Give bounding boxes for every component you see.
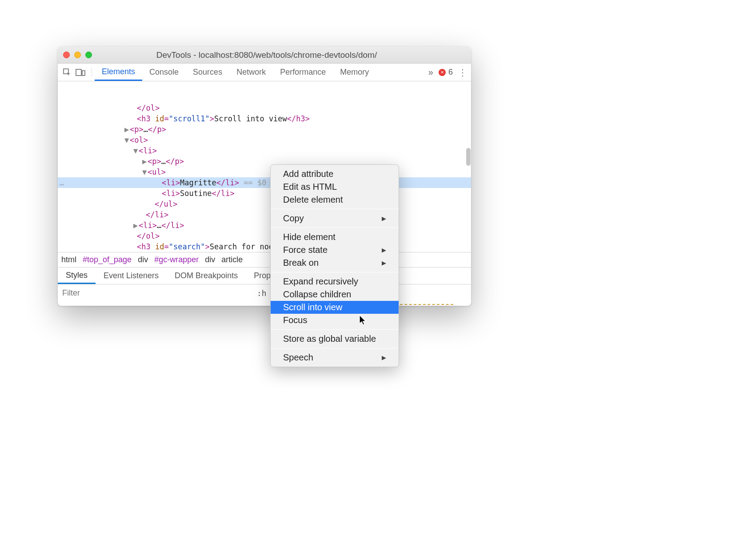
dom-node-row[interactable]: ▼<ol> xyxy=(58,135,471,145)
context-menu-item-add-attribute[interactable]: Add attribute xyxy=(271,168,399,180)
context-menu-item-label: Break on xyxy=(283,258,319,268)
context-menu-item-label: Hide element xyxy=(283,232,336,242)
breadcrumb-item[interactable]: div xyxy=(205,255,215,264)
ruler-decoration xyxy=(400,304,453,306)
context-menu-separator xyxy=(271,209,399,209)
panel-tabs: ElementsConsoleSourcesNetworkPerformance… xyxy=(95,64,428,81)
svg-rect-1 xyxy=(76,69,81,76)
dom-node-row[interactable]: </li> xyxy=(58,209,471,220)
panel-tab-elements[interactable]: Elements xyxy=(95,64,142,81)
dom-node-row[interactable]: ▶<p>…</p> xyxy=(58,156,471,167)
context-menu-separator xyxy=(271,348,399,348)
titlebar: DevTools - localhost:8080/web/tools/chro… xyxy=(58,47,471,64)
panel-tab-sources[interactable]: Sources xyxy=(186,64,229,81)
context-menu-item-label: Delete element xyxy=(283,195,343,205)
context-menu-item-label: Speech xyxy=(283,352,313,363)
menu-icon[interactable]: ⋮ xyxy=(458,67,467,78)
device-toolbar-icon[interactable] xyxy=(76,68,85,77)
context-menu-item-label: Add attribute xyxy=(283,169,333,179)
context-menu-item-delete-element[interactable]: Delete element xyxy=(271,193,399,206)
dom-node-row[interactable]: ▶<li>…</li> xyxy=(58,220,471,231)
scrollbar-thumb[interactable] xyxy=(466,148,471,166)
tabs-overflow-icon[interactable]: » xyxy=(428,67,433,77)
traffic-lights xyxy=(63,52,92,58)
breadcrumb-item[interactable]: html xyxy=(61,255,76,264)
context-menu-separator xyxy=(271,228,399,228)
context-menu-item-label: Collapse children xyxy=(283,289,351,300)
context-menu-separator xyxy=(271,272,399,272)
context-menu-item-copy[interactable]: Copy▶ xyxy=(271,212,399,225)
error-icon: ✕ xyxy=(439,69,446,76)
context-menu-item-label: Scroll into view xyxy=(283,302,342,312)
toolbar-left-icons xyxy=(62,68,92,77)
filter-row: :h xyxy=(58,284,471,302)
window-title: DevTools - localhost:8080/web/tools/chro… xyxy=(92,50,441,60)
context-menu-item-scroll-into-view[interactable]: Scroll into view xyxy=(271,301,399,314)
hov-toggle[interactable]: :h xyxy=(252,288,271,298)
submenu-arrow-icon: ▶ xyxy=(382,247,386,253)
submenu-arrow-icon: ▶ xyxy=(382,354,386,361)
context-menu-item-label: Force state xyxy=(283,245,328,255)
context-menu-item-label: Focus xyxy=(283,315,307,325)
breadcrumb-item[interactable]: #gc-wrapper xyxy=(154,255,199,264)
svg-rect-2 xyxy=(82,71,85,76)
context-menu-item-label: Expand recursively xyxy=(283,276,358,287)
context-menu-separator xyxy=(271,329,399,330)
context-menu: Add attributeEdit as HTMLDelete elementC… xyxy=(270,164,399,367)
inspect-element-icon[interactable] xyxy=(62,68,72,77)
dom-node-row[interactable]: </ol> xyxy=(58,231,471,241)
context-menu-item-focus[interactable]: Focus xyxy=(271,314,399,327)
elements-dom-tree[interactable]: </ol> <h3 id="scroll1">Scroll into view<… xyxy=(58,81,471,252)
context-menu-item-label: Store as global variable xyxy=(283,334,376,344)
subtab-event-listeners[interactable]: Event Listeners xyxy=(96,268,167,284)
context-menu-item-collapse-children[interactable]: Collapse children xyxy=(271,288,399,301)
context-menu-item-label: Copy xyxy=(283,213,304,224)
breadcrumb-item[interactable]: div xyxy=(138,255,148,264)
breadcrumb-item[interactable]: #top_of_page xyxy=(83,255,132,264)
context-menu-item-label: Edit as HTML xyxy=(283,182,337,192)
dom-node-row[interactable]: </ol> xyxy=(58,103,471,113)
devtools-window: DevTools - localhost:8080/web/tools/chro… xyxy=(58,47,471,306)
context-menu-item-edit-as-html[interactable]: Edit as HTML xyxy=(271,180,399,193)
styles-subtabs: StylesEvent ListenersDOM BreakpointsProp… xyxy=(58,267,471,284)
dom-node-row[interactable]: <h3 id="scroll1">Scroll into view</h3> xyxy=(58,113,471,124)
context-menu-item-expand-recursively[interactable]: Expand recursively xyxy=(271,275,399,288)
context-menu-item-speech[interactable]: Speech▶ xyxy=(271,351,399,364)
context-menu-item-break-on[interactable]: Break on▶ xyxy=(271,256,399,269)
dom-node-row[interactable]: … <li>Magritte</li> == $0 xyxy=(58,177,471,188)
scrollbar-track xyxy=(466,81,471,252)
minimize-icon[interactable] xyxy=(74,52,81,58)
maximize-icon[interactable] xyxy=(85,52,92,58)
main-toolbar: ElementsConsoleSourcesNetworkPerformance… xyxy=(58,64,471,81)
submenu-arrow-icon: ▶ xyxy=(382,260,386,266)
context-menu-item-hide-element[interactable]: Hide element xyxy=(271,231,399,244)
panel-tab-console[interactable]: Console xyxy=(142,64,186,81)
breadcrumb[interactable]: html#top_of_pagediv#gc-wrapperdivarticle xyxy=(58,252,471,267)
close-icon[interactable] xyxy=(63,52,70,58)
panel-tab-network[interactable]: Network xyxy=(229,64,273,81)
dom-node-row[interactable]: </ul> xyxy=(58,199,471,209)
styles-filter-input[interactable] xyxy=(58,284,252,302)
cursor-icon xyxy=(359,315,368,328)
panel-tab-memory[interactable]: Memory xyxy=(333,64,376,81)
dom-node-row[interactable]: <li>Soutine</li> xyxy=(58,188,471,199)
error-count-value: 6 xyxy=(448,68,453,77)
dom-node-row[interactable]: ▼<li> xyxy=(58,145,471,156)
breadcrumb-item[interactable]: article xyxy=(221,255,243,264)
context-menu-item-force-state[interactable]: Force state▶ xyxy=(271,244,399,256)
dom-node-row[interactable]: <h3 id="search">Search for node xyxy=(58,241,471,252)
panel-tab-performance[interactable]: Performance xyxy=(273,64,333,81)
context-menu-item-store-as-global-variable[interactable]: Store as global variable xyxy=(271,332,399,345)
dom-node-row[interactable]: ▶<p>…</p> xyxy=(58,124,471,135)
subtab-dom-breakpoints[interactable]: DOM Breakpoints xyxy=(167,268,246,284)
submenu-arrow-icon: ▶ xyxy=(382,215,386,222)
subtab-styles[interactable]: Styles xyxy=(58,268,96,284)
error-count-badge[interactable]: ✕ 6 xyxy=(439,68,453,77)
dom-node-row[interactable]: ▼<ul> xyxy=(58,167,471,177)
